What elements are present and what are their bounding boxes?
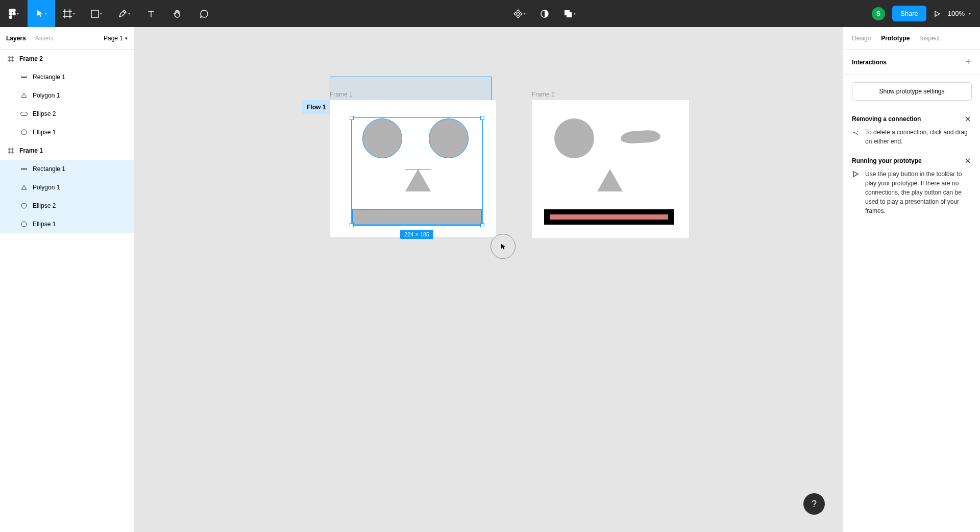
user-avatar[interactable]: S: [872, 7, 885, 20]
help-button[interactable]: ?: [803, 493, 825, 515]
main-area: Layers Assets Page 1 ▾ Frame 2 Rectangle…: [0, 27, 980, 532]
cursor-icon: [36, 10, 44, 18]
ellipse-2[interactable]: [429, 118, 469, 158]
tip-title-text: Running your prototype: [852, 157, 922, 164]
layer-label: Ellipse 2: [33, 202, 56, 209]
present-button[interactable]: [934, 10, 941, 17]
share-button[interactable]: Share: [892, 6, 926, 21]
toolbar-center: ▾ ▾: [217, 0, 872, 27]
tip-title-text: Removing a connection: [852, 115, 921, 123]
layer-label: Polygon 1: [33, 184, 60, 191]
polygon-1[interactable]: [597, 169, 623, 191]
pen-tool-button[interactable]: ▾: [110, 0, 138, 27]
rectangle-1[interactable]: [352, 209, 482, 225]
svg-rect-4: [21, 112, 28, 116]
line-icon: [20, 74, 28, 81]
layer-label: Ellipse 1: [33, 221, 56, 228]
right-panel: Design Prototype Inspect Interactions + …: [842, 27, 980, 532]
layer-label: Rectangle 1: [33, 74, 65, 81]
layer-rectangle-1b[interactable]: Rectangle 1: [0, 160, 134, 178]
rectangle-icon: [91, 10, 99, 18]
figma-logo-icon: [9, 9, 16, 19]
ellipse-2[interactable]: [621, 130, 660, 144]
show-prototype-settings-button[interactable]: Show prototype settings: [852, 82, 972, 101]
layer-frame-2[interactable]: Frame 2: [0, 50, 134, 68]
resize-handle-nw[interactable]: [350, 116, 354, 120]
tip-body-text: Use the play button in the toolbar to pl…: [865, 170, 971, 215]
rectangle-1[interactable]: [544, 209, 674, 225]
frame-icon: [63, 9, 72, 18]
tip-body-text: To delete a connection, click and drag o…: [865, 128, 971, 146]
tab-prototype[interactable]: Prototype: [881, 35, 910, 42]
ellipse-1[interactable]: [362, 118, 402, 158]
text-tool-button[interactable]: [138, 0, 164, 27]
canvas[interactable]: Flow 1 Frame 1 224 × 185 Frame 2: [134, 27, 842, 532]
frame-2[interactable]: Frame 2: [532, 100, 689, 238]
hand-icon: [173, 9, 182, 18]
cursor-indicator: [491, 234, 516, 259]
layer-ellipse-1b[interactable]: Ellipse 1: [0, 215, 134, 233]
ellipse-1[interactable]: [554, 118, 594, 158]
chevron-down-icon: ▾: [73, 11, 75, 16]
svg-point-8: [21, 222, 27, 227]
boolean-button[interactable]: ▾: [564, 0, 576, 27]
main-menu-button[interactable]: ▾: [0, 0, 28, 27]
tip-removing-connection: Removing a connection To delete a connec…: [843, 108, 980, 150]
comment-tool-button[interactable]: [191, 0, 217, 27]
layer-frame-1[interactable]: Frame 1: [0, 141, 134, 160]
page-selector[interactable]: Page 1 ▾: [104, 35, 128, 42]
close-tip-button[interactable]: [965, 116, 971, 122]
layer-label: Rectangle 1: [33, 165, 65, 173]
toolbar-right: S Share 100% ▾: [872, 6, 980, 21]
shape-tool-button[interactable]: ▾: [83, 0, 110, 27]
frame-1-label[interactable]: Frame 1: [330, 91, 353, 98]
circle-icon: [20, 221, 28, 228]
frame-icon: [7, 55, 14, 62]
layer-ellipse-1a[interactable]: Ellipse 1: [0, 123, 134, 141]
play-icon: [934, 10, 941, 17]
frame-tool-button[interactable]: ▾: [55, 0, 83, 27]
layer-polygon-1b[interactable]: Polygon 1: [0, 178, 134, 197]
frame-1[interactable]: Frame 1: [330, 100, 496, 237]
move-tool-button[interactable]: ▾: [28, 0, 55, 27]
left-panel: Layers Assets Page 1 ▾ Frame 2 Rectangle…: [0, 27, 134, 532]
tab-design[interactable]: Design: [852, 35, 871, 42]
disconnect-icon: [852, 129, 860, 146]
chevron-down-icon: ▾: [100, 11, 102, 16]
tip-running-prototype: Running your prototype Use the play butt…: [843, 150, 980, 220]
line-icon: [20, 165, 28, 173]
components-button[interactable]: ▾: [513, 0, 526, 27]
interactions-title: Interactions: [852, 59, 887, 66]
resize-handle-ne[interactable]: [480, 116, 484, 120]
mask-button[interactable]: [540, 9, 549, 18]
layer-polygon-1a[interactable]: Polygon 1: [0, 86, 134, 105]
chevron-down-icon: ▾: [17, 11, 19, 16]
layer-list: Frame 2 Rectangle 1 Polygon 1 Ellipse 2 …: [0, 50, 134, 532]
layer-rectangle-1a[interactable]: Rectangle 1: [0, 68, 134, 86]
add-interaction-button[interactable]: +: [965, 57, 971, 67]
chevron-down-icon: ▾: [969, 11, 971, 16]
layer-ellipse-2b[interactable]: Ellipse 2: [0, 197, 134, 215]
svg-point-7: [21, 203, 27, 208]
chevron-down-icon: ▾: [128, 11, 130, 16]
polygon-1[interactable]: [405, 169, 431, 191]
hand-tool-button[interactable]: [164, 0, 191, 27]
triangle-icon: [20, 184, 28, 191]
tab-inspect[interactable]: Inspect: [920, 35, 940, 42]
union-icon: [564, 9, 573, 18]
svg-point-0: [12, 12, 16, 15]
chevron-down-icon: ▾: [125, 36, 128, 41]
chevron-down-icon: ▾: [574, 11, 576, 16]
component-icon: [513, 9, 523, 18]
pill-icon: [20, 110, 28, 117]
right-panel-tabs: Design Prototype Inspect: [843, 27, 980, 50]
close-tip-button[interactable]: [965, 158, 971, 164]
svg-rect-1: [91, 10, 99, 17]
toolbar-left: ▾ ▾ ▾ ▾ ▾: [0, 0, 217, 27]
layer-ellipse-2a[interactable]: Ellipse 2: [0, 105, 134, 123]
tab-assets[interactable]: Assets: [35, 35, 54, 42]
frame-2-label[interactable]: Frame 2: [532, 91, 555, 98]
tab-layers[interactable]: Layers: [6, 35, 26, 42]
zoom-selector[interactable]: 100% ▾: [948, 10, 971, 17]
close-icon: [965, 116, 971, 122]
